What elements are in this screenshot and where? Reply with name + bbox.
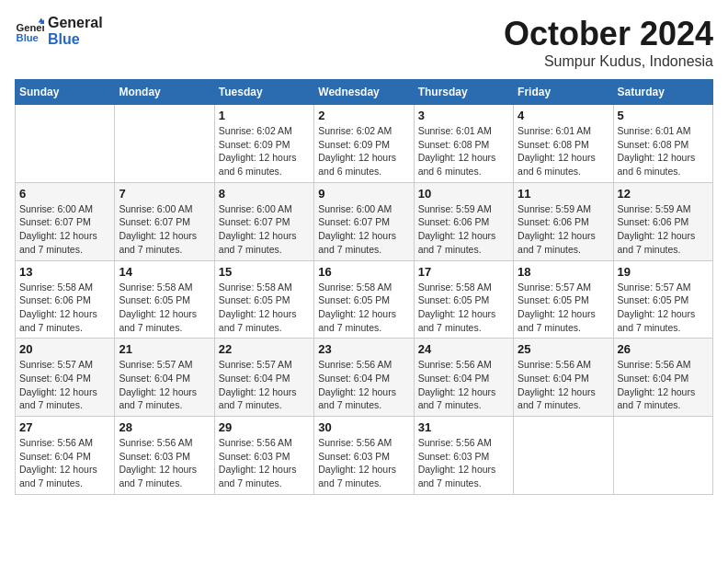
day-info: Sunrise: 6:00 AM Sunset: 6:07 PM Dayligh… [19,202,110,257]
day-number: 5 [618,109,709,122]
calendar-cell: 27Sunrise: 5:56 AM Sunset: 6:04 PM Dayli… [16,417,115,495]
day-info: Sunrise: 6:00 AM Sunset: 6:07 PM Dayligh… [119,202,210,257]
day-info: Sunrise: 6:01 AM Sunset: 6:08 PM Dayligh… [418,124,509,178]
day-number: 20 [19,342,110,356]
day-number: 1 [219,109,310,122]
location: Sumpur Kudus, Indonesia [504,53,713,70]
day-number: 16 [318,265,409,279]
calendar-cell: 23Sunrise: 5:56 AM Sunset: 6:04 PM Dayli… [314,339,414,417]
calendar-cell [115,105,214,183]
weekday-header: Monday [115,80,214,105]
day-number: 7 [119,187,210,201]
day-number: 15 [219,265,310,279]
calendar-week-row: 27Sunrise: 5:56 AM Sunset: 6:04 PM Dayli… [16,417,713,495]
weekday-header: Tuesday [214,80,313,105]
calendar-cell: 21Sunrise: 5:57 AM Sunset: 6:04 PM Dayli… [115,339,214,417]
day-info: Sunrise: 6:02 AM Sunset: 6:09 PM Dayligh… [219,124,310,178]
day-info: Sunrise: 5:58 AM Sunset: 6:05 PM Dayligh… [119,281,210,335]
day-number: 25 [518,342,609,356]
calendar-cell: 5Sunrise: 6:01 AM Sunset: 6:08 PM Daylig… [613,105,712,183]
calendar-cell: 10Sunrise: 5:59 AM Sunset: 6:06 PM Dayli… [414,182,513,260]
day-number: 17 [418,265,509,279]
calendar-cell: 25Sunrise: 5:56 AM Sunset: 6:04 PM Dayli… [514,339,613,417]
calendar-week-row: 6Sunrise: 6:00 AM Sunset: 6:07 PM Daylig… [16,182,713,260]
day-number: 18 [518,265,609,279]
calendar-cell: 28Sunrise: 5:56 AM Sunset: 6:03 PM Dayli… [115,417,214,495]
day-info: Sunrise: 6:01 AM Sunset: 6:08 PM Dayligh… [618,124,709,178]
day-info: Sunrise: 5:58 AM Sunset: 6:05 PM Dayligh… [418,281,509,335]
day-info: Sunrise: 5:56 AM Sunset: 6:04 PM Dayligh… [318,358,409,412]
day-info: Sunrise: 5:57 AM Sunset: 6:04 PM Dayligh… [19,358,110,412]
calendar-cell: 12Sunrise: 5:59 AM Sunset: 6:06 PM Dayli… [613,182,712,260]
calendar-cell: 22Sunrise: 5:57 AM Sunset: 6:04 PM Dayli… [214,339,313,417]
day-number: 11 [518,187,609,201]
calendar-cell: 3Sunrise: 6:01 AM Sunset: 6:08 PM Daylig… [414,105,513,183]
day-number: 19 [618,265,709,279]
day-info: Sunrise: 5:59 AM Sunset: 6:06 PM Dayligh… [418,202,509,257]
day-number: 29 [219,420,310,434]
day-number: 23 [318,342,409,356]
calendar-cell [514,417,613,495]
day-number: 4 [518,109,609,122]
day-number: 3 [418,109,509,122]
calendar-table: SundayMondayTuesdayWednesdayThursdayFrid… [15,79,713,495]
calendar-cell: 2Sunrise: 6:02 AM Sunset: 6:09 PM Daylig… [314,105,414,183]
day-number: 10 [418,187,509,201]
day-info: Sunrise: 5:56 AM Sunset: 6:03 PM Dayligh… [219,436,310,490]
day-number: 12 [618,187,709,201]
title-block: October 2024 Sumpur Kudus, Indonesia [504,15,713,70]
day-info: Sunrise: 5:57 AM Sunset: 6:04 PM Dayligh… [119,358,210,412]
day-number: 22 [219,342,310,356]
weekday-header: Sunday [16,80,115,105]
day-number: 6 [19,187,110,201]
logo-icon: General Blue [15,17,44,46]
calendar-cell: 4Sunrise: 6:01 AM Sunset: 6:08 PM Daylig… [514,105,613,183]
day-number: 2 [318,109,409,122]
calendar-cell: 11Sunrise: 5:59 AM Sunset: 6:06 PM Dayli… [514,182,613,260]
weekday-header: Thursday [414,80,513,105]
calendar-cell: 8Sunrise: 6:00 AM Sunset: 6:07 PM Daylig… [214,182,313,260]
calendar-cell: 24Sunrise: 5:56 AM Sunset: 6:04 PM Dayli… [414,339,513,417]
day-info: Sunrise: 6:00 AM Sunset: 6:07 PM Dayligh… [318,202,409,257]
weekday-header: Friday [514,80,613,105]
weekday-header: Wednesday [314,80,414,105]
day-number: 27 [19,420,110,434]
day-info: Sunrise: 5:56 AM Sunset: 6:03 PM Dayligh… [318,436,409,490]
day-number: 31 [418,420,509,434]
calendar-cell: 15Sunrise: 5:58 AM Sunset: 6:05 PM Dayli… [214,260,313,339]
logo-blue: Blue [48,31,103,48]
page-header: General Blue General Blue October 2024 S… [15,15,713,70]
weekday-header: Saturday [613,80,712,105]
calendar-cell [613,417,712,495]
day-info: Sunrise: 5:56 AM Sunset: 6:03 PM Dayligh… [119,436,210,490]
calendar-cell: 20Sunrise: 5:57 AM Sunset: 6:04 PM Dayli… [16,339,115,417]
day-info: Sunrise: 5:58 AM Sunset: 6:05 PM Dayligh… [318,281,409,335]
day-info: Sunrise: 5:56 AM Sunset: 6:04 PM Dayligh… [618,358,709,412]
calendar-week-row: 1Sunrise: 6:02 AM Sunset: 6:09 PM Daylig… [16,105,713,183]
day-number: 13 [19,265,110,279]
day-number: 14 [119,265,210,279]
calendar-cell: 6Sunrise: 6:00 AM Sunset: 6:07 PM Daylig… [16,182,115,260]
day-info: Sunrise: 6:01 AM Sunset: 6:08 PM Dayligh… [518,124,609,178]
calendar-cell: 14Sunrise: 5:58 AM Sunset: 6:05 PM Dayli… [115,260,214,339]
calendar-cell [16,105,115,183]
day-number: 21 [119,342,210,356]
day-info: Sunrise: 5:59 AM Sunset: 6:06 PM Dayligh… [518,202,609,257]
day-number: 24 [418,342,509,356]
month-title: October 2024 [504,15,713,53]
day-info: Sunrise: 5:56 AM Sunset: 6:04 PM Dayligh… [418,358,509,412]
day-number: 8 [219,187,310,201]
logo: General Blue General Blue [15,15,103,47]
calendar-week-row: 13Sunrise: 5:58 AM Sunset: 6:06 PM Dayli… [16,260,713,339]
day-info: Sunrise: 5:57 AM Sunset: 6:04 PM Dayligh… [219,358,310,412]
day-number: 9 [318,187,409,201]
calendar-cell: 26Sunrise: 5:56 AM Sunset: 6:04 PM Dayli… [613,339,712,417]
day-info: Sunrise: 5:56 AM Sunset: 6:03 PM Dayligh… [418,436,509,490]
calendar-cell: 17Sunrise: 5:58 AM Sunset: 6:05 PM Dayli… [414,260,513,339]
calendar-cell: 19Sunrise: 5:57 AM Sunset: 6:05 PM Dayli… [613,260,712,339]
day-number: 26 [618,342,709,356]
day-info: Sunrise: 5:58 AM Sunset: 6:06 PM Dayligh… [19,281,110,335]
calendar-cell: 1Sunrise: 6:02 AM Sunset: 6:09 PM Daylig… [214,105,313,183]
calendar-cell: 9Sunrise: 6:00 AM Sunset: 6:07 PM Daylig… [314,182,414,260]
calendar-cell: 13Sunrise: 5:58 AM Sunset: 6:06 PM Dayli… [16,260,115,339]
